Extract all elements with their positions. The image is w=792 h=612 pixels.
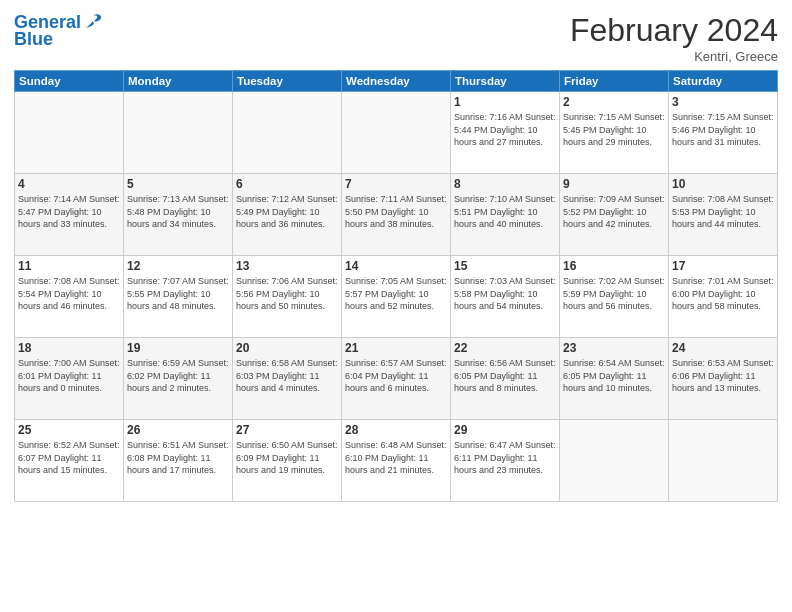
day-number: 8 [454, 177, 556, 191]
header-sunday: Sunday [15, 71, 124, 92]
table-row: 8Sunrise: 7:10 AM Sunset: 5:51 PM Daylig… [451, 174, 560, 256]
header-monday: Monday [124, 71, 233, 92]
table-row: 22Sunrise: 6:56 AM Sunset: 6:05 PM Dayli… [451, 338, 560, 420]
day-info: Sunrise: 7:15 AM Sunset: 5:45 PM Dayligh… [563, 111, 665, 149]
table-row: 15Sunrise: 7:03 AM Sunset: 5:58 PM Dayli… [451, 256, 560, 338]
day-info: Sunrise: 6:53 AM Sunset: 6:06 PM Dayligh… [672, 357, 774, 395]
day-info: Sunrise: 7:01 AM Sunset: 6:00 PM Dayligh… [672, 275, 774, 313]
day-number: 12 [127, 259, 229, 273]
table-row [342, 92, 451, 174]
day-info: Sunrise: 7:02 AM Sunset: 5:59 PM Dayligh… [563, 275, 665, 313]
logo-blue: Blue [14, 29, 53, 50]
table-row: 1Sunrise: 7:16 AM Sunset: 5:44 PM Daylig… [451, 92, 560, 174]
day-number: 10 [672, 177, 774, 191]
calendar-table: Sunday Monday Tuesday Wednesday Thursday… [14, 70, 778, 502]
logo: General Blue [14, 12, 103, 50]
day-info: Sunrise: 7:14 AM Sunset: 5:47 PM Dayligh… [18, 193, 120, 231]
day-info: Sunrise: 7:12 AM Sunset: 5:49 PM Dayligh… [236, 193, 338, 231]
day-info: Sunrise: 6:59 AM Sunset: 6:02 PM Dayligh… [127, 357, 229, 395]
day-info: Sunrise: 7:08 AM Sunset: 5:53 PM Dayligh… [672, 193, 774, 231]
month-title: February 2024 [570, 12, 778, 49]
table-row: 4Sunrise: 7:14 AM Sunset: 5:47 PM Daylig… [15, 174, 124, 256]
day-number: 3 [672, 95, 774, 109]
day-info: Sunrise: 7:03 AM Sunset: 5:58 PM Dayligh… [454, 275, 556, 313]
day-info: Sunrise: 6:52 AM Sunset: 6:07 PM Dayligh… [18, 439, 120, 477]
day-info: Sunrise: 7:05 AM Sunset: 5:57 PM Dayligh… [345, 275, 447, 313]
table-row: 5Sunrise: 7:13 AM Sunset: 5:48 PM Daylig… [124, 174, 233, 256]
day-info: Sunrise: 6:56 AM Sunset: 6:05 PM Dayligh… [454, 357, 556, 395]
table-row: 20Sunrise: 6:58 AM Sunset: 6:03 PM Dayli… [233, 338, 342, 420]
day-info: Sunrise: 6:50 AM Sunset: 6:09 PM Dayligh… [236, 439, 338, 477]
table-row: 10Sunrise: 7:08 AM Sunset: 5:53 PM Dayli… [669, 174, 778, 256]
day-info: Sunrise: 6:47 AM Sunset: 6:11 PM Dayligh… [454, 439, 556, 477]
day-info: Sunrise: 6:48 AM Sunset: 6:10 PM Dayligh… [345, 439, 447, 477]
table-row: 28Sunrise: 6:48 AM Sunset: 6:10 PM Dayli… [342, 420, 451, 502]
table-row: 16Sunrise: 7:02 AM Sunset: 5:59 PM Dayli… [560, 256, 669, 338]
day-number: 4 [18, 177, 120, 191]
day-info: Sunrise: 7:10 AM Sunset: 5:51 PM Dayligh… [454, 193, 556, 231]
day-number: 27 [236, 423, 338, 437]
table-row [560, 420, 669, 502]
header-thursday: Thursday [451, 71, 560, 92]
header-friday: Friday [560, 71, 669, 92]
day-number: 2 [563, 95, 665, 109]
day-number: 6 [236, 177, 338, 191]
table-row: 24Sunrise: 6:53 AM Sunset: 6:06 PM Dayli… [669, 338, 778, 420]
day-number: 24 [672, 341, 774, 355]
day-number: 19 [127, 341, 229, 355]
table-row: 13Sunrise: 7:06 AM Sunset: 5:56 PM Dayli… [233, 256, 342, 338]
header-wednesday: Wednesday [342, 71, 451, 92]
table-row: 6Sunrise: 7:12 AM Sunset: 5:49 PM Daylig… [233, 174, 342, 256]
day-number: 14 [345, 259, 447, 273]
table-row: 12Sunrise: 7:07 AM Sunset: 5:55 PM Dayli… [124, 256, 233, 338]
table-row [15, 92, 124, 174]
day-number: 1 [454, 95, 556, 109]
title-block: February 2024 Kentri, Greece [570, 12, 778, 64]
table-row: 27Sunrise: 6:50 AM Sunset: 6:09 PM Dayli… [233, 420, 342, 502]
day-number: 22 [454, 341, 556, 355]
day-number: 13 [236, 259, 338, 273]
table-row: 11Sunrise: 7:08 AM Sunset: 5:54 PM Dayli… [15, 256, 124, 338]
day-number: 20 [236, 341, 338, 355]
table-row: 14Sunrise: 7:05 AM Sunset: 5:57 PM Dayli… [342, 256, 451, 338]
day-number: 16 [563, 259, 665, 273]
day-number: 11 [18, 259, 120, 273]
table-row: 25Sunrise: 6:52 AM Sunset: 6:07 PM Dayli… [15, 420, 124, 502]
table-row: 18Sunrise: 7:00 AM Sunset: 6:01 PM Dayli… [15, 338, 124, 420]
day-info: Sunrise: 7:07 AM Sunset: 5:55 PM Dayligh… [127, 275, 229, 313]
location: Kentri, Greece [570, 49, 778, 64]
page-container: General Blue February 2024 Kentri, Greec… [0, 0, 792, 612]
day-info: Sunrise: 7:16 AM Sunset: 5:44 PM Dayligh… [454, 111, 556, 149]
day-number: 9 [563, 177, 665, 191]
day-info: Sunrise: 7:08 AM Sunset: 5:54 PM Dayligh… [18, 275, 120, 313]
day-number: 21 [345, 341, 447, 355]
table-row: 23Sunrise: 6:54 AM Sunset: 6:05 PM Dayli… [560, 338, 669, 420]
day-number: 18 [18, 341, 120, 355]
day-info: Sunrise: 7:13 AM Sunset: 5:48 PM Dayligh… [127, 193, 229, 231]
header-saturday: Saturday [669, 71, 778, 92]
table-row: 9Sunrise: 7:09 AM Sunset: 5:52 PM Daylig… [560, 174, 669, 256]
header: General Blue February 2024 Kentri, Greec… [14, 12, 778, 64]
day-info: Sunrise: 6:51 AM Sunset: 6:08 PM Dayligh… [127, 439, 229, 477]
day-info: Sunrise: 6:58 AM Sunset: 6:03 PM Dayligh… [236, 357, 338, 395]
table-row [233, 92, 342, 174]
day-number: 29 [454, 423, 556, 437]
day-number: 5 [127, 177, 229, 191]
table-row: 17Sunrise: 7:01 AM Sunset: 6:00 PM Dayli… [669, 256, 778, 338]
table-row: 21Sunrise: 6:57 AM Sunset: 6:04 PM Dayli… [342, 338, 451, 420]
table-row: 2Sunrise: 7:15 AM Sunset: 5:45 PM Daylig… [560, 92, 669, 174]
day-info: Sunrise: 6:57 AM Sunset: 6:04 PM Dayligh… [345, 357, 447, 395]
table-row [124, 92, 233, 174]
table-row: 7Sunrise: 7:11 AM Sunset: 5:50 PM Daylig… [342, 174, 451, 256]
day-number: 28 [345, 423, 447, 437]
logo-bird-icon [83, 13, 103, 31]
table-row: 19Sunrise: 6:59 AM Sunset: 6:02 PM Dayli… [124, 338, 233, 420]
day-info: Sunrise: 7:06 AM Sunset: 5:56 PM Dayligh… [236, 275, 338, 313]
table-row: 26Sunrise: 6:51 AM Sunset: 6:08 PM Dayli… [124, 420, 233, 502]
table-row: 3Sunrise: 7:15 AM Sunset: 5:46 PM Daylig… [669, 92, 778, 174]
day-info: Sunrise: 7:11 AM Sunset: 5:50 PM Dayligh… [345, 193, 447, 231]
day-info: Sunrise: 7:00 AM Sunset: 6:01 PM Dayligh… [18, 357, 120, 395]
day-number: 25 [18, 423, 120, 437]
day-info: Sunrise: 7:09 AM Sunset: 5:52 PM Dayligh… [563, 193, 665, 231]
table-row: 29Sunrise: 6:47 AM Sunset: 6:11 PM Dayli… [451, 420, 560, 502]
